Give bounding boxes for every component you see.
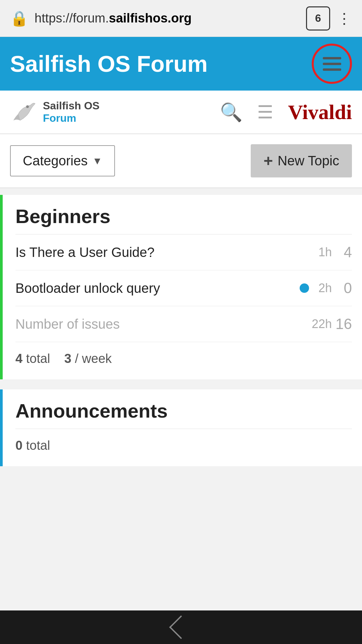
svg-point-0 [26, 105, 29, 108]
topic-time: 22h [312, 317, 332, 331]
browser-menu-button[interactable]: ⋮ [337, 11, 352, 26]
topic-row[interactable]: Bootloader unlock query 2h 0 [15, 270, 352, 306]
hamburger-menu-button[interactable] [312, 44, 352, 84]
topic-count: 16 [332, 316, 352, 332]
site-header: Sailfish OS Forum [0, 37, 362, 91]
topic-count: 0 [332, 280, 352, 297]
forum-content: Beginners Is There a User Guide? 1h 4 Bo… [0, 188, 362, 483]
vivaldi-icon[interactable]: Vivaldi [288, 100, 352, 124]
toolbar: Categories ▼ + New Topic [0, 134, 362, 188]
search-icon[interactable]: 🔍 [220, 102, 242, 123]
unread-dot [300, 283, 309, 293]
new-topic-button[interactable]: + New Topic [251, 144, 352, 177]
topic-title: Number of issues [15, 317, 306, 332]
topic-time: 2h [318, 281, 332, 295]
hamburger-icon [323, 57, 341, 71]
url-bar[interactable]: https://forum.sailfishos.org [35, 11, 306, 25]
category-title-announcements: Announcements [15, 399, 352, 429]
tab-count-badge[interactable]: 6 [306, 6, 330, 31]
category-card-announcements: Announcements 0 total [0, 389, 362, 466]
category-title-beginners: Beginners [15, 205, 352, 234]
logo-fish-icon [10, 99, 37, 125]
bottom-nav [0, 610, 362, 644]
topic-title: Is There a User Guide? [15, 245, 313, 260]
caret-icon: ▼ [92, 155, 102, 167]
logo-area: Sailfish OS Forum [10, 99, 220, 125]
menu-icon[interactable]: ☰ [257, 102, 273, 123]
category-stats-announcements: 0 total [15, 429, 352, 456]
category-stats-beginners: 4 total 3 / week [15, 342, 352, 369]
logo-text: Sailfish OS Forum [43, 100, 100, 124]
topic-title: Bootloader unlock query [15, 281, 296, 296]
lock-icon: 🔒 [10, 10, 28, 27]
topic-count: 4 [332, 244, 352, 261]
topic-time: 1h [318, 245, 332, 259]
sub-header: Sailfish OS Forum 🔍 ☰ Vivaldi [0, 91, 362, 134]
topic-row[interactable]: Is There a User Guide? 1h 4 [15, 234, 352, 270]
categories-button[interactable]: Categories ▼ [10, 145, 115, 176]
browser-bar: 🔒 https://forum.sailfishos.org 6 ⋮ [0, 0, 362, 37]
category-card-beginners: Beginners Is There a User Guide? 1h 4 Bo… [0, 195, 362, 379]
sub-header-icons: 🔍 ☰ Vivaldi [220, 100, 352, 124]
plus-icon: + [263, 152, 273, 170]
site-title: Sailfish OS Forum [10, 51, 312, 77]
back-button[interactable] [169, 615, 193, 639]
topic-row[interactable]: Number of issues 22h 16 [15, 306, 352, 342]
